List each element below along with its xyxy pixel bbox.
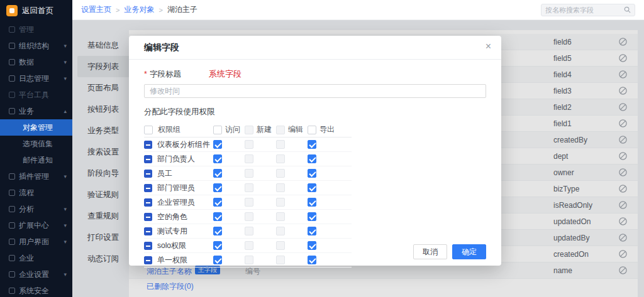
access-checkbox[interactable] xyxy=(213,241,222,250)
access-checkbox[interactable] xyxy=(213,256,222,264)
permission-row: 测试专用 xyxy=(144,224,352,239)
field-search-box[interactable] xyxy=(541,4,635,16)
select-all-export-checkbox[interactable] xyxy=(308,126,316,134)
admin-icon xyxy=(9,26,15,33)
cancel-button[interactable]: 取消 xyxy=(413,244,447,259)
sidebar-item-platform-tools[interactable]: 平台工具 xyxy=(0,87,72,103)
topbar: 设置主页 > 业务对象 > 湖泊主子 xyxy=(72,0,644,20)
create-checkbox xyxy=(245,198,253,207)
field-title-input[interactable] xyxy=(144,84,486,98)
chevron-up-icon: ▴ xyxy=(64,108,67,114)
access-checkbox[interactable] xyxy=(213,212,222,221)
column-header: 新建 xyxy=(257,124,272,135)
access-checkbox[interactable] xyxy=(213,198,222,207)
access-checkbox[interactable] xyxy=(213,169,222,178)
field-search-input[interactable] xyxy=(545,6,624,14)
sidebar-item-object-management[interactable]: 对象管理 xyxy=(0,119,72,136)
export-checkbox[interactable] xyxy=(308,198,316,207)
permission-row: 单一权限 xyxy=(144,253,352,267)
access-checkbox[interactable] xyxy=(213,183,222,192)
sidebar-item-user-interface[interactable]: 用户界面 ▾ xyxy=(0,234,72,250)
breadcrumb-section-link[interactable]: 业务对象 xyxy=(124,4,154,15)
create-checkbox xyxy=(245,169,253,178)
select-all-access-checkbox[interactable] xyxy=(213,126,222,134)
app-window: 返回首页 管理 组织结构 ▾ 数据 ▾ 日志管理 ▾ 平台工具 业务 ▴ xyxy=(0,0,644,297)
sidebar-item-admin[interactable]: 管理 xyxy=(0,21,72,38)
ok-button[interactable]: 确定 xyxy=(452,244,486,259)
export-checkbox[interactable] xyxy=(308,140,316,149)
access-checkbox[interactable] xyxy=(213,154,222,163)
chevron-down-icon: ▾ xyxy=(64,271,67,278)
enterprise-icon xyxy=(9,255,15,261)
sidebar-item-business[interactable]: 业务 ▴ xyxy=(0,103,72,119)
sidebar-item-data[interactable]: 数据 ▾ xyxy=(0,54,72,70)
breadcrumb-separator-icon: > xyxy=(116,6,119,14)
chevron-down-icon: ▾ xyxy=(64,173,67,180)
sidebar-item-workflow[interactable]: 流程 xyxy=(0,185,72,201)
breadcrumb-home-link[interactable]: 设置主页 xyxy=(81,4,111,15)
close-icon[interactable]: × xyxy=(486,41,491,51)
sidebar-item-plugins[interactable]: 插件管理 ▾ xyxy=(0,168,72,185)
modal-footer: 取消 确定 xyxy=(413,244,486,259)
sidebar-item-logs[interactable]: 日志管理 ▾ xyxy=(0,70,72,87)
sidebar-item-option-sets[interactable]: 选项值集 xyxy=(0,136,72,152)
sidebar-item-analysis[interactable]: 分析 ▾ xyxy=(0,201,72,217)
sidebar-item-enterprise[interactable]: 企业 xyxy=(0,250,72,266)
sidebar-item-label: 企业 xyxy=(19,253,34,264)
system-field-annotation: 系统字段 xyxy=(209,68,242,80)
chevron-down-icon: ▾ xyxy=(64,239,67,245)
extensions-icon xyxy=(9,222,15,229)
sidebar-item-label: 分析 xyxy=(19,204,34,215)
create-checkbox xyxy=(245,183,253,192)
group-checkbox[interactable] xyxy=(144,170,152,178)
group-checkbox[interactable] xyxy=(144,184,152,192)
edit-checkbox xyxy=(276,241,285,250)
sidebar-item-label: 选项值集 xyxy=(23,139,53,149)
create-checkbox xyxy=(245,227,253,235)
group-checkbox[interactable] xyxy=(144,213,152,221)
group-checkbox[interactable] xyxy=(144,227,152,235)
sidebar-item-org-structure[interactable]: 组织结构 ▾ xyxy=(0,38,72,54)
chevron-down-icon: ▾ xyxy=(64,222,67,229)
plugins-icon xyxy=(9,173,15,180)
group-checkbox[interactable] xyxy=(144,141,152,149)
export-checkbox[interactable] xyxy=(308,183,316,192)
export-checkbox[interactable] xyxy=(308,227,316,235)
group-name: 员工 xyxy=(157,168,172,179)
group-checkbox[interactable] xyxy=(144,155,152,163)
export-checkbox[interactable] xyxy=(308,154,316,163)
modal-body: * 字段标题 系统字段 分配此字段使用权限 权限组 访问 xyxy=(129,60,501,267)
permission-row: 企业管理员 xyxy=(144,195,352,210)
sidebar-item-extensions[interactable]: 扩展中心 ▾ xyxy=(0,217,72,234)
field-title-label-row: * 字段标题 系统字段 xyxy=(144,68,486,80)
export-checkbox[interactable] xyxy=(308,256,316,264)
access-checkbox[interactable] xyxy=(213,140,222,149)
data-icon xyxy=(9,59,15,65)
sidebar-item-mail-notification[interactable]: 邮件通知 xyxy=(0,152,72,168)
sidebar-item-system-security[interactable]: 系统安全 xyxy=(0,283,72,297)
sidebar-item-enterprise-settings[interactable]: 企业设置 ▾ xyxy=(0,266,72,283)
export-checkbox[interactable] xyxy=(308,212,316,221)
user-interface-icon xyxy=(9,239,15,245)
edit-checkbox xyxy=(276,256,285,264)
export-checkbox[interactable] xyxy=(308,169,316,178)
required-asterisk: * xyxy=(144,70,147,78)
column-header: 访问 xyxy=(225,124,240,135)
sidebar-home-button[interactable]: 返回首页 xyxy=(0,0,72,21)
org-structure-icon xyxy=(9,43,15,49)
sidebar-item-label: 日志管理 xyxy=(19,73,49,84)
platform-tools-icon xyxy=(9,92,15,98)
select-all-groups-checkbox[interactable] xyxy=(144,126,153,134)
group-checkbox[interactable] xyxy=(144,198,152,207)
access-checkbox[interactable] xyxy=(213,227,222,235)
sidebar-item-label: 用户界面 xyxy=(19,237,49,247)
group-checkbox[interactable] xyxy=(144,242,152,250)
sidebar-item-label: 管理 xyxy=(19,24,34,35)
group-checkbox[interactable] xyxy=(144,256,152,264)
sidebar-home-label: 返回首页 xyxy=(22,6,53,16)
group-name: 空的角色 xyxy=(157,212,187,222)
export-checkbox[interactable] xyxy=(308,241,316,250)
column-header: 导出 xyxy=(319,124,335,135)
field-title-label: 字段标题 xyxy=(150,69,181,80)
sidebar-item-label: 扩展中心 xyxy=(19,220,49,231)
